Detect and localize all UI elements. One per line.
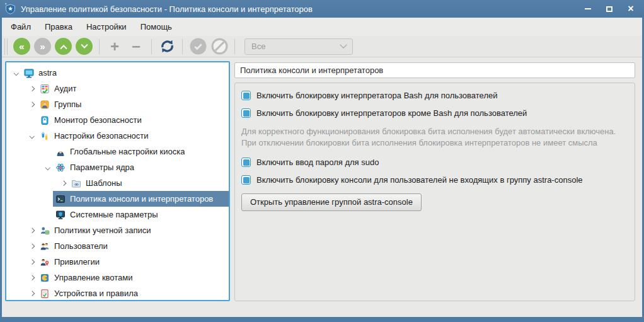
checkbox-checked-icon[interactable] [241, 175, 251, 185]
expander-icon[interactable] [30, 102, 35, 107]
menu-file[interactable]: Файл [4, 19, 38, 35]
nav-up-button[interactable] [55, 38, 72, 55]
exec-bit-note: Для корректного функционирования блокиро… [241, 126, 627, 149]
expander-icon[interactable] [30, 228, 35, 233]
add-button[interactable]: + [106, 38, 123, 55]
kiosk-icon [55, 147, 66, 157]
tree-item-system-params[interactable]: Системные параметры [6, 207, 229, 222]
system-params-icon [55, 210, 66, 220]
cancel-button[interactable] [210, 38, 229, 55]
computer-icon [24, 68, 34, 78]
tree-item-users[interactable]: Пользователи [6, 238, 229, 254]
refresh-icon [159, 38, 175, 54]
shield-star-icon [4, 3, 16, 15]
policy-detail-panel: Политика консоли и интерпретаторов Включ… [234, 61, 635, 301]
tree-item-security-monitor[interactable]: Монитор безопасности [6, 112, 229, 128]
users-icon [40, 241, 50, 251]
nav-down-button[interactable] [76, 38, 93, 55]
tree-item-audit[interactable]: Аудит [6, 81, 229, 96]
toolbar-separator [151, 39, 152, 54]
panel-title: Политика консоли и интерпретаторов [234, 62, 635, 78]
tree-item-quota-management[interactable]: Управление квотами [6, 270, 229, 285]
expander-icon[interactable] [30, 86, 35, 91]
remove-button[interactable]: − [128, 38, 144, 55]
main-content: astra Аудит Группы [2, 57, 642, 317]
privileges-icon [40, 257, 50, 267]
checkbox-checked-icon[interactable] [241, 108, 251, 118]
expander-icon[interactable] [61, 181, 66, 186]
tree-item-account-policies[interactable]: Политики учетной записи [6, 222, 229, 238]
checkbox-other-interpreters-lock[interactable]: Включить блокировку интерпретаторов кром… [241, 108, 628, 118]
double-chevron-left-icon: « [19, 38, 24, 55]
quota-icon [40, 273, 50, 283]
app-window: Управление политикой безопасности - Поли… [0, 0, 644, 322]
checkbox-checked-icon[interactable] [241, 158, 251, 167]
panel-splitter[interactable] [230, 61, 234, 301]
menu-settings[interactable]: Настройки [79, 19, 134, 35]
audit-icon [40, 84, 50, 94]
toolbar-separator [234, 39, 235, 54]
minimize-button[interactable] [578, 2, 597, 16]
tree-item-astra[interactable]: astra [6, 65, 229, 81]
tree-item-security-settings[interactable]: Настройки безопасности [6, 128, 229, 144]
chevron-up-icon [60, 45, 67, 52]
close-button[interactable]: × [621, 2, 640, 16]
account-policy-icon [40, 226, 50, 236]
toolbar-drag-handle[interactable] [4, 38, 8, 55]
tree-item-groups[interactable]: Группы [6, 96, 229, 112]
console-icon [55, 194, 66, 204]
tree-item-kiosk-settings[interactable]: Глобальные настройки киоска [6, 144, 229, 159]
titlebar: Управление политикой безопасности - Поли… [0, 0, 644, 18]
nav-forward-button[interactable]: » [34, 38, 51, 55]
refresh-button[interactable] [158, 38, 176, 55]
templates-icon [71, 178, 81, 188]
kernel-icon [55, 163, 66, 173]
checkbox-checked-icon[interactable] [241, 91, 251, 100]
expander-icon[interactable] [30, 275, 35, 280]
expander-icon[interactable] [30, 134, 35, 139]
tree-item-templates[interactable]: Шаблоны [6, 175, 229, 191]
tree-item-kernel-params[interactable]: Параметры ядра [6, 159, 229, 175]
nav-back-button[interactable]: « [13, 38, 30, 55]
tree-item-devices-rules[interactable]: Устройства и правила [6, 285, 229, 301]
block-icon [211, 38, 228, 55]
menu-help[interactable]: Помощь [134, 19, 179, 35]
chevron-down-icon [340, 41, 347, 48]
menubar: Файл Правка Настройки Помощь [2, 18, 642, 36]
expander-icon[interactable] [30, 260, 35, 265]
toolbar-separator [99, 39, 100, 54]
apply-button[interactable] [188, 38, 207, 55]
filter-dropdown[interactable]: Все [244, 38, 353, 55]
window-title: Управление политикой безопасности - Поли… [21, 4, 578, 14]
groups-icon [40, 100, 50, 110]
maximize-icon [606, 6, 612, 12]
expander-icon[interactable] [45, 165, 50, 170]
check-circle-icon [190, 38, 207, 55]
security-monitor-icon [40, 115, 50, 125]
open-group-management-button[interactable]: Открыть управление группой astra-console [241, 193, 422, 211]
menu-edit[interactable]: Правка [38, 19, 79, 35]
console-policy-groupbox: Включить блокировку интерпретатора Bash … [234, 83, 635, 301]
expander-icon[interactable] [30, 291, 35, 296]
chevron-down-icon [81, 41, 88, 48]
checkbox-bash-lock[interactable]: Включить блокировку интерпретатора Bash … [241, 91, 628, 100]
checkbox-console-lock[interactable]: Включить блокировку консоли для пользова… [241, 175, 628, 185]
policy-tree: astra Аудит Группы [5, 61, 230, 301]
toolbar: « » + − [2, 36, 642, 57]
double-chevron-right-icon: » [40, 38, 45, 55]
expander-icon[interactable] [30, 244, 35, 249]
devices-icon [40, 289, 50, 299]
filter-value: Все [251, 42, 265, 51]
tree-item-console-policy[interactable]: Политика консоли и интерпретаторов [6, 191, 229, 207]
checkbox-sudo-password[interactable]: Включить ввод пароля для sudo [241, 158, 628, 167]
minimize-icon [585, 8, 591, 9]
close-icon: × [628, 4, 633, 14]
toolbar-separator [182, 39, 183, 54]
expander-icon[interactable] [14, 71, 19, 76]
security-settings-icon [40, 131, 50, 141]
maximize-button[interactable] [600, 2, 619, 16]
tree-item-privileges[interactable]: Привилегии [6, 254, 229, 270]
